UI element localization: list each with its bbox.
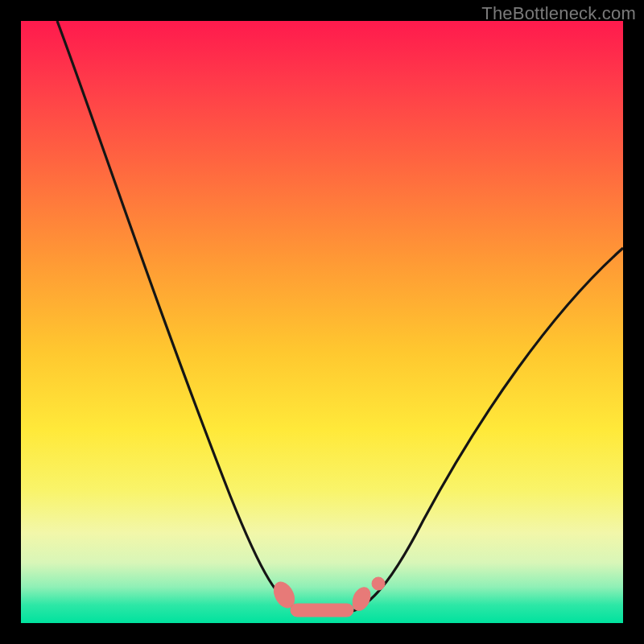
bottleneck-curve: [21, 21, 623, 623]
svg-rect-1: [291, 604, 353, 617]
chart-frame: TheBottleneck.com: [0, 0, 644, 644]
optimal-zone-blob: [270, 577, 385, 617]
plot-area: [21, 21, 623, 623]
curve-path: [57, 21, 623, 614]
svg-point-3: [372, 577, 385, 590]
